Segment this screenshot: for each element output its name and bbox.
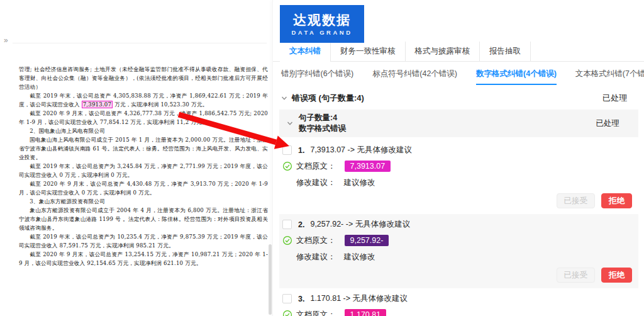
error-group-header: 句子数量:4 数字格式错误 已处理 xyxy=(279,110,638,137)
error-index: 1. xyxy=(298,146,304,155)
error-title: 7,3913.07 -> 无具体修改建议 xyxy=(310,145,412,155)
tab-text-correction[interactable]: 文本纠错 xyxy=(280,42,331,61)
tab-financial-consistency[interactable]: 财务一致性审核 xyxy=(331,42,406,61)
doc-text: 万元，实现净利润 10,523.30 万元。 xyxy=(113,101,208,108)
main-tabs: 文本纠错 财务一致性审核 格式与披露审核 报告抽取 xyxy=(273,42,644,62)
chevron-down-icon[interactable] xyxy=(281,95,287,101)
original-text-chip[interactable]: 9,257.92- xyxy=(345,235,389,246)
document-panel: » 管理; 社会经济信息咨询服务; 土地开发（未经金融等监管部门批准不得从事吸收… xyxy=(0,0,272,316)
document-scrollbar[interactable] xyxy=(269,244,272,315)
error-checkbox[interactable] xyxy=(282,145,292,155)
original-text-chip[interactable]: 1.170.81 xyxy=(345,309,387,316)
doc-paragraph: 截至 2019 年末，该公司总资产 4,305,838.88 万元，净资产 1,… xyxy=(19,91,268,109)
sub-tabs: 错别字纠错(6个错误) 标点符号纠错(42个错误) 数字格式纠错(4个错误) 文… xyxy=(281,69,644,85)
accepted-button[interactable]: 已接受 xyxy=(557,193,596,208)
error-index: 2. xyxy=(298,220,304,229)
doc-paragraph: 国电象山海上风电有限公司成立于 2015 年 1 月，注册资本为 2,000.0… xyxy=(19,135,268,162)
doc-heading: 2、国电象山海上风电有限公司 xyxy=(19,127,268,135)
chevron-down-icon[interactable] xyxy=(287,120,293,127)
error-group-status: 已处理 xyxy=(596,118,620,129)
doc-paragraph: 截至 2019 年末，该公司总资产为 3,245.84 万元，净资产 2,771… xyxy=(19,162,268,179)
doc-paragraph: 截至 2020 年 9 月末，该公司总资产 13,254.15 万元，净资产 1… xyxy=(19,250,268,268)
datagrand-logo: 达观数据 DATA GRAND xyxy=(280,5,364,43)
error-item: 3. 1.170.81 -> 无具体修改建议 文档原文： 1.170.81 修改… xyxy=(279,288,638,316)
group-sentence-count: 句子数量:4 xyxy=(299,113,346,123)
doc-paragraph: 截至 2019 年末，该公司总资产为 10,235.4 万元，净资产 9,875… xyxy=(19,232,268,250)
error-group-label: 句子数量:4 数字格式错误 xyxy=(299,113,346,134)
panel-divider xyxy=(13,43,267,43)
subtab-typo[interactable]: 错别字纠错(6个错误) xyxy=(281,69,353,85)
accepted-button[interactable]: 已接受 xyxy=(557,268,596,283)
logo-chinese-text: 达观数据 xyxy=(293,13,351,27)
logo-english-text: DATA GRAND xyxy=(291,29,352,36)
tab-format-disclosure[interactable]: 格式与披露审核 xyxy=(406,42,480,61)
check-circle-icon xyxy=(282,161,292,171)
subtab-punctuation[interactable]: 标点符号纠错(42个错误) xyxy=(372,69,457,85)
group-error-type: 数字格式错误 xyxy=(299,123,346,134)
doc-highlight[interactable]: 7,3913.07 xyxy=(82,101,113,108)
original-text-label: 文档原文： xyxy=(296,161,336,172)
collapse-panel-icon[interactable]: » xyxy=(4,37,8,44)
suggestion-text: 建议修改 xyxy=(344,252,375,262)
tab-report-extraction[interactable]: 报告抽取 xyxy=(480,42,531,61)
reject-button[interactable]: 拒绝 xyxy=(601,268,632,283)
document-page: 管理; 社会经济信息咨询服务; 土地开发（未经金融等监管部门批准不得从事吸收存款… xyxy=(19,65,268,316)
original-text-label: 文档原文： xyxy=(296,310,336,316)
review-panel: 文本纠错 财务一致性审核 格式与披露审核 报告抽取 错别字纠错(6个错误) 标点… xyxy=(272,0,644,316)
subtab-text-format[interactable]: 文本格式纠错(7个错误) xyxy=(575,69,644,85)
suggestion-text: 建议修改 xyxy=(344,178,375,188)
error-section-title: 错误项 (句子数量:4) xyxy=(292,93,364,104)
error-item: 2. 9,257.92- -> 无具体修改建议 文档原文： 9,257.92- … xyxy=(279,214,638,288)
error-index: 3. xyxy=(298,295,304,303)
error-item: 1. 7,3913.07 -> 无具体修改建议 文档原文： 7,3913.07 … xyxy=(279,140,638,214)
error-list: 1. 7,3913.07 -> 无具体修改建议 文档原文： 7,3913.07 … xyxy=(279,140,638,316)
subtab-number-format[interactable]: 数字格式纠错(4个错误) xyxy=(476,69,557,85)
doc-heading: 3、象山东方能源投资有限公司 xyxy=(19,197,268,206)
suggestion-label: 修改建议： xyxy=(296,252,336,262)
check-circle-icon xyxy=(282,310,292,316)
original-text-chip[interactable]: 7,3913.07 xyxy=(345,161,391,172)
doc-paragraph: 截至 2020 年 9 月末，该公司总资产 4,430.48 万元，净资产 3,… xyxy=(19,179,268,197)
suggestion-label: 修改建议： xyxy=(296,178,336,188)
error-section-status: 已处理 xyxy=(602,93,627,104)
check-circle-icon xyxy=(282,235,292,245)
error-section-header: 错误项 (句子数量:4) 已处理 xyxy=(281,93,627,104)
reject-button[interactable]: 拒绝 xyxy=(601,193,632,208)
error-checkbox[interactable] xyxy=(282,294,292,303)
error-checkbox[interactable] xyxy=(282,220,292,229)
doc-paragraph: 象山东方能源投资有限公司成立于 2004 年 4 月，注册资本为 6,800 万… xyxy=(19,206,268,232)
original-text-label: 文档原文： xyxy=(296,235,336,246)
doc-paragraph: 截至 2020 年 9 月末，该公司总资产 4,326,777.38 万元，净资… xyxy=(19,109,268,127)
error-title: 1.170.81 -> 无具体修改建议 xyxy=(310,293,408,304)
error-title: 9,257.92- -> 无具体修改建议 xyxy=(310,219,410,230)
doc-paragraph: 管理; 社会经济信息咨询服务; 土地开发（未经金融等监管部门批准不得从事吸收存款… xyxy=(19,65,268,91)
